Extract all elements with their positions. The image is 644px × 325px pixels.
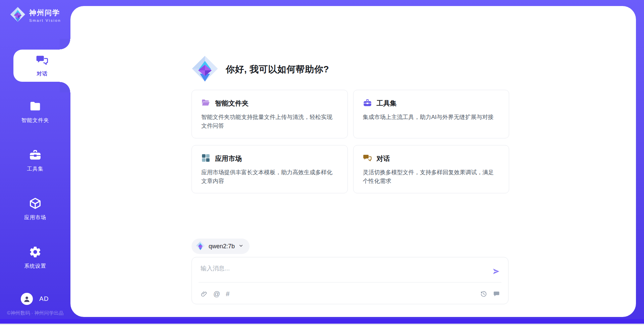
main-panel: 你好, 我可以如何帮助你? 智能文件夹 智能文件夹功能支持批量文件上传与清洗，轻… [70,6,636,317]
hash-icon[interactable]: # [226,290,229,298]
copyright-text: ©神州数码 · 神州问学出品 [0,310,70,316]
brand-logo-icon [192,55,218,83]
user-account[interactable]: AD [21,293,49,305]
sidebar-item-app-market[interactable]: 应用市场 [0,197,70,221]
sidebar-item-label: 智能文件夹 [21,117,49,124]
greeting-text: 你好, 我可以如何帮助你? [226,63,329,75]
brand-logo-icon [10,7,25,23]
chevron-down-icon [238,243,244,250]
chat-bubbles-icon [363,153,372,164]
feature-cards: 智能文件夹 智能文件夹功能支持批量文件上传与清洗，轻松实现文件问答 工具集 集 [192,90,509,193]
history-icon[interactable] [480,290,487,298]
sidebar-item-label: 工具集 [27,166,44,173]
tab-curve-bottom [60,82,70,92]
model-selector[interactable]: qwen2:7b [192,239,250,254]
folder-open-icon [201,98,210,109]
bottom-bar [0,319,644,324]
folder-icon [29,100,42,114]
comment-icon[interactable] [493,290,500,298]
grid-icon [201,153,210,164]
message-input[interactable] [201,263,482,274]
sidebar-item-label: 应用市场 [24,214,46,221]
sidebar-item-toolset[interactable]: 工具集 [0,148,70,173]
card-title: 应用市场 [215,154,242,163]
chat-bubbles-icon [36,54,49,68]
sidebar-item-smart-folder[interactable]: 智能文件夹 [0,100,70,124]
card-description: 应用市场提供丰富长文本模板，助力高效生成多样化文章内容 [201,168,338,186]
gear-icon [29,246,42,260]
avatar [21,293,33,305]
card-title: 工具集 [377,99,397,108]
greeting: 你好, 我可以如何帮助你? [192,55,329,83]
card-description: 智能文件夹功能支持批量文件上传与清洗，轻松实现文件问答 [201,113,338,131]
card-description: 灵活切换多模型文件，支持多样回复效果调试，满足个性化需求 [363,168,500,186]
card-toolset[interactable]: 工具集 集成市场上主流工具，助力AI与外界无缝扩展与对接 [353,90,509,138]
card-description: 集成市场上主流工具，助力AI与外界无缝扩展与对接 [363,113,500,122]
brand: 神州问学 Smart Vision [10,7,61,23]
composer-divider [199,282,501,282]
card-chat[interactable]: 对话 灵活切换多模型文件，支持多样回复效果调试，满足个性化需求 [353,145,509,194]
sidebar-item-label: 对话 [37,70,48,77]
card-title: 智能文件夹 [215,99,249,108]
brand-subtitle: Smart Vision [29,18,61,22]
user-initials: AD [39,295,49,303]
card-title: 对话 [377,154,390,163]
model-name: qwen2:7b [209,243,235,250]
app-window: 神州问学 Smart Vision 你好, 我可以如何帮助你? [0,0,644,324]
at-icon[interactable]: @ [213,290,220,298]
sidebar-item-settings[interactable]: 系统设置 [0,246,70,270]
toolbox-icon [363,98,372,109]
sidebar-item-chat[interactable]: 对话 [13,50,71,82]
tab-curve-top [60,39,70,50]
send-icon[interactable] [492,267,500,275]
paperclip-icon[interactable] [201,290,208,298]
toolbox-icon [29,148,42,162]
card-app-market[interactable]: 应用市场 应用市场提供丰富长文本模板，助力高效生成多样化文章内容 [192,145,348,194]
brand-name: 神州问学 [29,8,61,17]
composer: @ # [192,257,508,304]
sidebar-item-label: 系统设置 [24,263,46,270]
brand-logo-icon [196,241,205,252]
card-smart-folder[interactable]: 智能文件夹 智能文件夹功能支持批量文件上传与清洗，轻松实现文件问答 [192,90,348,138]
cube-icon [29,197,42,211]
